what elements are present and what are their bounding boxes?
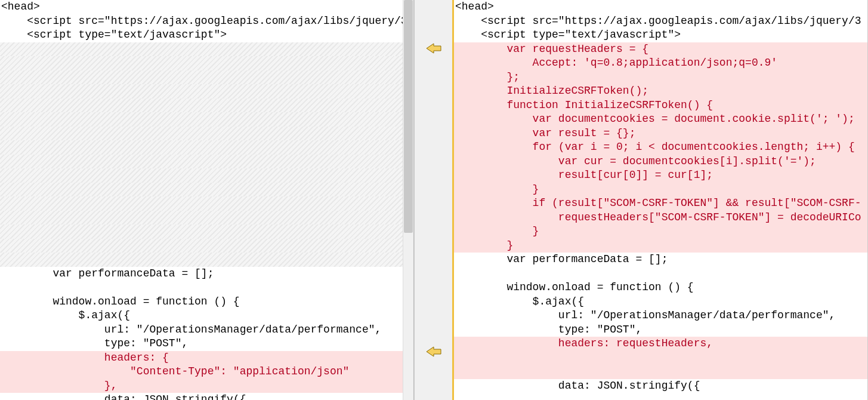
left-line[interactable]: <head>: [0, 0, 413, 14]
gutter-row: [415, 359, 452, 373]
arrow-left-icon[interactable]: [426, 43, 441, 54]
gutter-row: [415, 345, 452, 359]
gutter-row: [415, 138, 452, 152]
right-line[interactable]: $.ajax({: [454, 295, 868, 309]
left-code[interactable]: <head> <script src="https://ajax.googlea…: [0, 0, 413, 400]
right-line[interactable]: <head>: [454, 0, 868, 14]
gutter-row: [415, 207, 452, 221]
right-line[interactable]: };: [454, 70, 868, 85]
gutter-row: [415, 303, 452, 317]
gutter-row: [415, 124, 452, 138]
left-line[interactable]: [0, 183, 413, 197]
left-line[interactable]: [0, 42, 413, 57]
right-line[interactable]: var documentcookies = document.cookie.sp…: [454, 112, 868, 127]
left-line[interactable]: type: "POST",: [0, 337, 413, 351]
left-scrollbar[interactable]: [403, 0, 413, 400]
gutter-row: [415, 41, 452, 55]
left-line[interactable]: url: "/OperationsManager/data/performanc…: [0, 323, 413, 337]
gutter-row: [415, 152, 452, 165]
svg-marker-0: [427, 44, 441, 53]
gutter-row: [415, 235, 452, 248]
right-line[interactable]: for (var i = 0; i < documentcookies.leng…: [454, 140, 868, 155]
right-line[interactable]: }: [454, 224, 868, 239]
arrow-left-icon[interactable]: [426, 346, 441, 357]
left-line[interactable]: [0, 281, 413, 295]
gutter-row: [415, 0, 452, 14]
gutter-row: [415, 276, 452, 290]
right-line[interactable]: var performanceData = [];: [454, 253, 868, 267]
right-line[interactable]: window.onload = function () {: [454, 281, 868, 295]
left-line[interactable]: window.onload = function () {: [0, 295, 413, 309]
gutter-row: [415, 27, 452, 41]
right-line[interactable]: function InitializeCSRFToken() {: [454, 99, 868, 113]
right-code[interactable]: <head> <script src="https://ajax.googlea…: [454, 0, 868, 393]
gutter-row: [415, 318, 452, 331]
right-line[interactable]: headers: requestHeaders,: [454, 337, 868, 351]
gutter-row: [415, 179, 452, 193]
gutter-row: [415, 331, 452, 345]
gutter-row: [415, 248, 452, 262]
right-line[interactable]: data: JSON.stringify({: [454, 379, 868, 393]
left-line[interactable]: [0, 224, 413, 239]
right-line[interactable]: if (result["SCOM-CSRF-TOKEN"] && result[…: [454, 196, 868, 211]
right-line[interactable]: <script src="https://ajax.googleapis.com…: [454, 14, 868, 29]
gutter-row: [415, 373, 452, 386]
right-line[interactable]: InitializeCSRFToken();: [454, 84, 868, 99]
right-line[interactable]: requestHeaders["SCOM-CSRF-TOKEN"] = deco…: [454, 211, 868, 225]
right-line[interactable]: [454, 351, 868, 365]
right-line[interactable]: var cur = documentcookies[i].split('=');: [454, 155, 868, 169]
gutter-row: [415, 386, 452, 400]
left-line[interactable]: [0, 84, 413, 99]
right-line[interactable]: [454, 365, 868, 379]
right-line[interactable]: result[cur[0]] = cur[1];: [454, 168, 868, 183]
right-line[interactable]: <script type="text/javascript">: [454, 28, 868, 42]
left-line[interactable]: <script type="text/javascript">: [0, 28, 413, 42]
gutter-row: [415, 55, 452, 69]
gutter-row: [415, 290, 452, 303]
left-pane: <head> <script src="https://ajax.googlea…: [0, 0, 414, 400]
left-line[interactable]: [0, 168, 413, 183]
right-line[interactable]: type: "POST",: [454, 323, 868, 337]
right-line[interactable]: Accept: 'q=0.8;application/json;q=0.9': [454, 56, 868, 70]
left-line[interactable]: data: JSON.stringify({: [0, 393, 413, 400]
svg-marker-1: [427, 347, 441, 356]
gutter-row: [415, 110, 452, 124]
right-line[interactable]: var result = {};: [454, 127, 868, 141]
center-gutter: [414, 0, 454, 400]
gutter-row: [415, 97, 452, 110]
right-line[interactable]: }: [454, 239, 868, 253]
left-line[interactable]: [0, 99, 413, 113]
right-pane: <head> <script src="https://ajax.googlea…: [454, 0, 868, 400]
right-line[interactable]: [454, 267, 868, 281]
gutter-row: [415, 14, 452, 27]
left-line[interactable]: [0, 140, 413, 155]
gutter-row: [415, 193, 452, 207]
left-line[interactable]: var performanceData = [];: [0, 267, 413, 281]
gutter-row: [415, 69, 452, 83]
left-line[interactable]: [0, 70, 413, 85]
left-scrollbar-thumb[interactable]: [404, 0, 413, 233]
left-line[interactable]: [0, 196, 413, 211]
left-line[interactable]: [0, 127, 413, 141]
left-line[interactable]: <script src="https://ajax.googleapis.com…: [0, 14, 413, 29]
left-line[interactable]: [0, 112, 413, 127]
gutter-row: [415, 165, 452, 179]
left-line[interactable]: $.ajax({: [0, 309, 413, 323]
left-line[interactable]: [0, 253, 413, 267]
gutter-row: [415, 262, 452, 276]
left-line[interactable]: headers: {: [0, 351, 413, 365]
gutter-row: [415, 221, 452, 235]
diff-view: <head> <script src="https://ajax.googlea…: [0, 0, 868, 400]
right-line[interactable]: var requestHeaders = {: [454, 42, 868, 57]
left-line[interactable]: [0, 239, 413, 253]
left-line[interactable]: [0, 155, 413, 169]
left-line[interactable]: "Content-Type": "application/json": [0, 365, 413, 379]
right-line[interactable]: }: [454, 183, 868, 197]
left-line[interactable]: },: [0, 379, 413, 393]
right-line[interactable]: url: "/OperationsManager/data/performanc…: [454, 309, 868, 323]
left-line[interactable]: [0, 211, 413, 225]
left-line[interactable]: [0, 56, 413, 70]
gutter-row: [415, 83, 452, 97]
